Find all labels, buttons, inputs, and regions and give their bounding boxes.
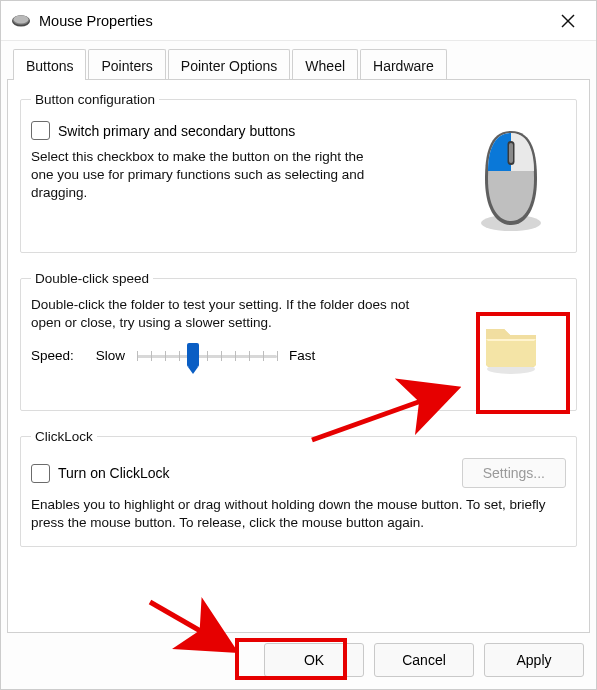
switch-buttons-label: Switch primary and secondary buttons bbox=[58, 123, 295, 139]
tab-wheel[interactable]: Wheel bbox=[292, 49, 358, 80]
group-legend: Button configuration bbox=[31, 92, 159, 107]
speed-label: Speed: bbox=[31, 348, 74, 363]
tab-buttons[interactable]: Buttons bbox=[13, 49, 86, 80]
dialog-body: Buttons Pointers Pointer Options Wheel H… bbox=[1, 41, 596, 689]
group-clicklock: ClickLock Turn on ClickLock Settings... … bbox=[20, 429, 577, 547]
ok-button[interactable]: OK bbox=[264, 643, 364, 677]
mouse-preview-image bbox=[471, 125, 551, 238]
tab-pointers[interactable]: Pointers bbox=[88, 49, 165, 80]
tabstrip: Buttons Pointers Pointer Options Wheel H… bbox=[7, 49, 590, 80]
svg-rect-7 bbox=[509, 143, 513, 163]
titlebar: Mouse Properties bbox=[1, 1, 596, 41]
close-icon bbox=[561, 14, 575, 28]
clicklock-settings-button: Settings... bbox=[462, 458, 566, 488]
tab-pointer-options[interactable]: Pointer Options bbox=[168, 49, 291, 80]
dialog-button-bar: OK Cancel Apply bbox=[7, 633, 590, 683]
tab-hardware[interactable]: Hardware bbox=[360, 49, 447, 80]
mouse-properties-dialog: Mouse Properties Buttons Pointers Pointe… bbox=[0, 0, 597, 690]
folder-icon bbox=[480, 317, 542, 375]
mouse-icon bbox=[11, 13, 31, 29]
double-click-test-folder[interactable] bbox=[465, 296, 557, 396]
close-button[interactable] bbox=[546, 6, 590, 36]
window-title: Mouse Properties bbox=[39, 13, 546, 29]
speed-fast-label: Fast bbox=[289, 348, 315, 363]
button-config-help: Select this checkbox to make the button … bbox=[31, 148, 371, 203]
clicklock-label: Turn on ClickLock bbox=[58, 465, 170, 481]
clicklock-help: Enables you to highlight or drag without… bbox=[31, 496, 551, 532]
apply-button[interactable]: Apply bbox=[484, 643, 584, 677]
group-legend: Double-click speed bbox=[31, 271, 153, 286]
group-double-click-speed: Double-click speed Double-click the fold… bbox=[20, 271, 577, 411]
tab-page-buttons: Button configuration Switch primary and … bbox=[7, 79, 590, 633]
switch-buttons-checkbox[interactable] bbox=[31, 121, 50, 140]
speed-slow-label: Slow bbox=[96, 348, 125, 363]
svg-point-2 bbox=[14, 15, 29, 23]
cancel-button[interactable]: Cancel bbox=[374, 643, 474, 677]
double-click-speed-slider[interactable] bbox=[137, 346, 277, 364]
clicklock-checkbox[interactable] bbox=[31, 464, 50, 483]
double-click-help: Double-click the folder to test your set… bbox=[31, 296, 411, 332]
group-button-configuration: Button configuration Switch primary and … bbox=[20, 92, 577, 253]
slider-thumb[interactable] bbox=[187, 343, 199, 367]
group-legend: ClickLock bbox=[31, 429, 97, 444]
